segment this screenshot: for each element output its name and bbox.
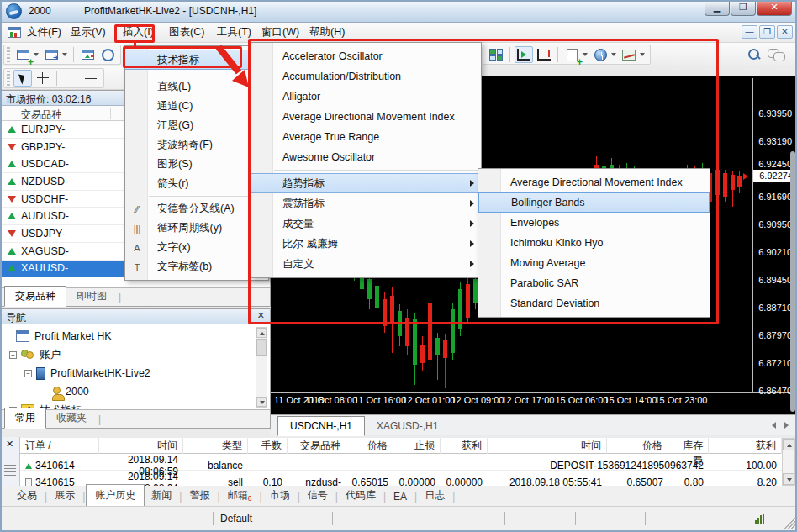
scroll-thumb[interactable]	[256, 339, 267, 356]
chart-scrollbar[interactable]	[790, 151, 795, 412]
menu-item-fibonacci[interactable]: 斐波纳奇(F)	[125, 135, 268, 155]
price-scale[interactable]: 6.93950 6.93190 6.92450 6.91690 6.90950 …	[753, 78, 794, 392]
tab-trade[interactable]: 交易	[10, 485, 44, 506]
col-tp[interactable]: 获利	[441, 438, 488, 454]
col-price[interactable]: 价格	[346, 438, 393, 454]
menu-window[interactable]: 窗口(W)	[258, 23, 303, 42]
menu-item-bill-williams[interactable]: 比尔 威廉姆	[251, 234, 481, 254]
search-icon[interactable]	[745, 46, 763, 63]
tab-mailbox[interactable]: 邮箱6	[221, 485, 259, 506]
tab-scroll-right-icon[interactable]	[784, 422, 789, 429]
tab-tick-chart[interactable]: 即时图	[66, 287, 117, 306]
menu-item-ichimoku[interactable]: Ichimoku Kinko Hyo	[478, 233, 710, 253]
mdi-restore-button[interactable]: ❐	[759, 25, 775, 39]
col-swap[interactable]: 库存费	[668, 438, 709, 454]
close-icon[interactable]: ✕	[0, 439, 19, 450]
terminal-scrollbar[interactable]	[782, 438, 795, 486]
menu-item-accelerator-oscillator[interactable]: Accelerator Oscillator	[251, 46, 481, 66]
menu-item-custom[interactable]: 自定义	[251, 254, 481, 274]
menu-tools[interactable]: 工具(T)	[214, 23, 255, 42]
col-lots[interactable]: 手数	[248, 438, 288, 454]
tree-item-server[interactable]: −ProfitMarketHK-Live2	[1, 364, 270, 382]
resize-grip[interactable]	[784, 518, 795, 529]
col-close-price[interactable]: 价格	[607, 438, 668, 454]
chevron-down-icon[interactable]	[62, 53, 67, 56]
menu-item-admi[interactable]: Average Directional Movement Index	[478, 172, 710, 192]
time-axis[interactable]: 11 Oct 2018 11 Oct 08:00 11 Oct 16:00 12…	[271, 395, 752, 408]
menu-item-envelopes[interactable]: Envelopes	[478, 213, 710, 233]
data-window-icon[interactable]	[98, 46, 117, 63]
menu-item-accumulation-distribution[interactable]: Accumulation/Distribution	[251, 66, 481, 87]
chevron-down-icon[interactable]	[640, 53, 645, 56]
table-header-row[interactable]: 订单 / 时间 类型 手数 交易品种 价格 止损 获利 时间 价格 库存费 获利	[20, 438, 782, 454]
profile-label[interactable]: Default	[220, 513, 252, 524]
market-watch-icon[interactable]	[78, 46, 97, 63]
menu-item-average-true-range[interactable]: Average True Range	[251, 127, 481, 147]
menu-charts[interactable]: 图表(C)	[166, 23, 208, 42]
close-icon[interactable]: ✕	[257, 310, 265, 321]
chart-tab-usdcnh[interactable]: USDCNH-,H1	[277, 416, 365, 436]
mdi-close-button[interactable]: ✕	[777, 25, 793, 39]
chart-tab-xagusd[interactable]: XAGUSD-,H1	[365, 417, 450, 435]
tab-signals[interactable]: 信号	[301, 485, 335, 506]
menu-item-awesome-oscillator[interactable]: Awesome Oscillator	[251, 147, 481, 167]
periods-clock-icon[interactable]	[591, 46, 610, 63]
toolbar-grip[interactable]	[7, 47, 10, 62]
scroll-up-icon[interactable]	[783, 439, 794, 450]
col-sl[interactable]: 止损	[393, 438, 441, 454]
tab-scroll-left-icon[interactable]	[772, 422, 776, 429]
restore-button[interactable]: ❐	[731, 0, 756, 16]
tab-experts[interactable]: EA	[387, 487, 414, 506]
menu-item-gann[interactable]: 江恩(G)	[125, 116, 268, 135]
col-close-time[interactable]: 时间	[488, 438, 607, 454]
close-button[interactable]: ✕	[757, 0, 792, 16]
menu-item-oscillators[interactable]: 震荡指标	[251, 193, 481, 213]
tab-favorites[interactable]: 收藏夹	[46, 408, 97, 428]
menu-item-text[interactable]: A文字(x)	[125, 238, 268, 257]
terminal-grip-icon[interactable]	[4, 465, 16, 478]
collapse-icon[interactable]: −	[9, 351, 17, 359]
col-symbol[interactable]: 交易品种	[288, 438, 346, 454]
collapse-icon[interactable]: −	[24, 370, 32, 377]
auto-scroll-icon[interactable]	[515, 46, 533, 63]
crosshair-icon[interactable]	[34, 70, 52, 87]
menu-insert[interactable]: 插入(I)	[119, 23, 157, 42]
tab-market[interactable]: 市场	[263, 485, 297, 506]
men u-item-trend[interactable]: 趋势指标	[251, 173, 481, 193]
navigator-scrollbar[interactable]	[256, 327, 267, 408]
tree-item-root[interactable]: Profit Market HK	[1, 327, 270, 345]
menu-item-admi[interactable]: Average Directional Movement Index	[251, 107, 481, 127]
menu-item-channels[interactable]: 通道(C)	[125, 97, 268, 116]
menu-item-moving-average[interactable]: Moving Average	[478, 253, 710, 273]
tab-symbols[interactable]: 交易品种	[4, 286, 66, 307]
menu-item-bollinger-bands[interactable]: Bollinger Bands	[478, 192, 710, 213]
tab-common[interactable]: 常用	[4, 408, 46, 429]
templates-icon[interactable]	[620, 46, 638, 63]
menu-item-standard-deviation[interactable]: Standard Deviation	[478, 293, 710, 313]
tab-journal[interactable]: 日志	[418, 485, 451, 506]
menu-view[interactable]: 显示(V)	[67, 23, 109, 42]
menu-item-volumes[interactable]: 成交量	[251, 213, 481, 234]
tile-windows-icon[interactable]	[487, 46, 505, 63]
add-indicator-icon[interactable]: +	[562, 46, 581, 63]
vertical-line-icon[interactable]	[61, 70, 80, 87]
chevron-down-icon[interactable]	[34, 53, 39, 56]
scroll-up-icon[interactable]	[256, 328, 267, 338]
new-chart-icon[interactable]: +	[13, 46, 32, 63]
menu-item-arrows[interactable]: 箭头(r)	[125, 174, 268, 193]
col-profit[interactable]: 获利	[709, 438, 782, 454]
menu-item-lines[interactable]: 直线(L)	[125, 77, 268, 97]
col-time[interactable]: 时间	[99, 438, 183, 454]
scroll-down-icon[interactable]	[256, 397, 267, 407]
horizontal-line-icon[interactable]	[82, 70, 100, 87]
minimize-button[interactable]: ▁	[705, 0, 730, 16]
col-type[interactable]: 类型	[183, 438, 248, 454]
toolbar-grip[interactable]	[7, 71, 10, 86]
chat-icon[interactable]	[765, 46, 787, 63]
mdi-minimize-button[interactable]: —	[742, 25, 757, 39]
menu-item-andrews-pitchfork[interactable]: ⁄⁄安德鲁分叉线(A)	[125, 199, 268, 219]
tree-item-account[interactable]: 2000	[1, 382, 270, 401]
tab-news[interactable]: 新闻	[145, 485, 178, 506]
profiles-icon[interactable]	[42, 46, 61, 63]
tab-exposure[interactable]: 展示	[48, 485, 82, 506]
